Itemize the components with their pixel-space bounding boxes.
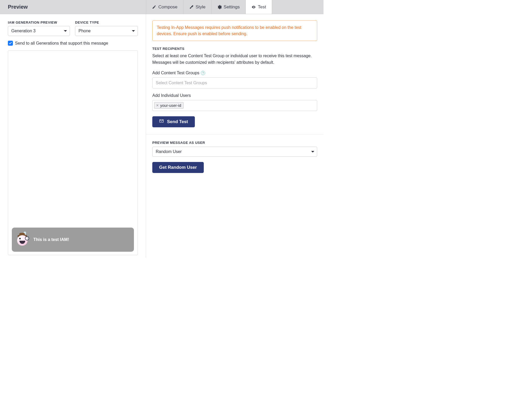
tab-label: Test — [258, 4, 266, 10]
device-type-value: Phone — [79, 29, 91, 33]
preview-user-value: Random User — [156, 149, 182, 154]
preview-as-user-heading: PREVIEW MESSAGE AS USER — [152, 141, 317, 145]
page-title: Preview — [0, 0, 146, 14]
generation-value: Generation 3 — [11, 29, 36, 33]
preview-panel: IAM GENERATION PREVIEW Generation 3 DEVI… — [0, 14, 146, 258]
remove-chip-icon[interactable]: ✕ — [156, 104, 159, 107]
caret-down-icon — [311, 151, 314, 153]
iam-message-text: This is a test IAM! — [33, 237, 69, 242]
tab-strip: Compose Style Settings Test — [146, 0, 272, 14]
envelope-icon — [159, 119, 164, 125]
individual-users-input[interactable]: ✕ your-user-id — [152, 100, 317, 111]
caret-down-icon — [64, 30, 67, 32]
test-recipients-description: Select at least one Content Test Group o… — [152, 53, 317, 66]
test-panel: Testing In-App Messages requires push no… — [146, 14, 324, 258]
push-required-alert: Testing In-App Messages requires push no… — [152, 20, 317, 41]
brush-icon — [189, 5, 194, 9]
eye-icon — [252, 5, 256, 9]
get-random-user-button[interactable]: Get Random User — [152, 162, 204, 173]
tab-settings[interactable]: Settings — [211, 0, 246, 14]
get-random-user-label: Get Random User — [159, 165, 197, 170]
user-id-chip[interactable]: ✕ your-user-id — [154, 102, 184, 109]
tab-label: Style — [196, 4, 206, 10]
device-type-label: DEVICE TYPE — [75, 20, 138, 24]
header-bar: Preview Compose Style Settings Test — [0, 0, 324, 14]
body: IAM GENERATION PREVIEW Generation 3 DEVI… — [0, 14, 324, 258]
generation-select[interactable]: Generation 3 — [8, 26, 70, 36]
send-all-generations-label: Send to all Generations that support thi… — [15, 41, 108, 46]
test-recipients-heading: TEST RECIPIENTS — [152, 47, 317, 51]
device-preview-frame: This is a test IAM! — [8, 50, 138, 255]
gear-icon — [217, 5, 222, 9]
tab-label: Settings — [224, 4, 240, 10]
caret-down-icon — [132, 30, 135, 32]
generation-label: IAM GENERATION PREVIEW — [8, 20, 70, 24]
pencil-icon — [152, 5, 156, 9]
send-test-label: Send Test — [167, 119, 188, 124]
tab-compose[interactable]: Compose — [146, 0, 183, 14]
tab-style[interactable]: Style — [183, 0, 211, 14]
tab-test[interactable]: Test — [246, 0, 272, 14]
iam-avatar-icon — [17, 234, 29, 246]
add-users-label: Add Individual Users — [152, 93, 191, 98]
tab-label: Compose — [158, 4, 178, 10]
content-test-groups-input[interactable] — [152, 77, 317, 88]
help-icon[interactable]: ? — [201, 71, 205, 75]
send-all-generations-checkbox[interactable] — [8, 41, 13, 46]
send-test-button[interactable]: Send Test — [152, 116, 195, 127]
device-type-select[interactable]: Phone — [75, 26, 138, 36]
section-divider — [146, 134, 324, 134]
user-id-chip-label: your-user-id — [160, 103, 181, 108]
preview-user-select[interactable]: Random User — [152, 147, 317, 157]
add-groups-label: Add Content Test Groups — [152, 71, 199, 75]
iam-toast: This is a test IAM! — [12, 228, 134, 252]
